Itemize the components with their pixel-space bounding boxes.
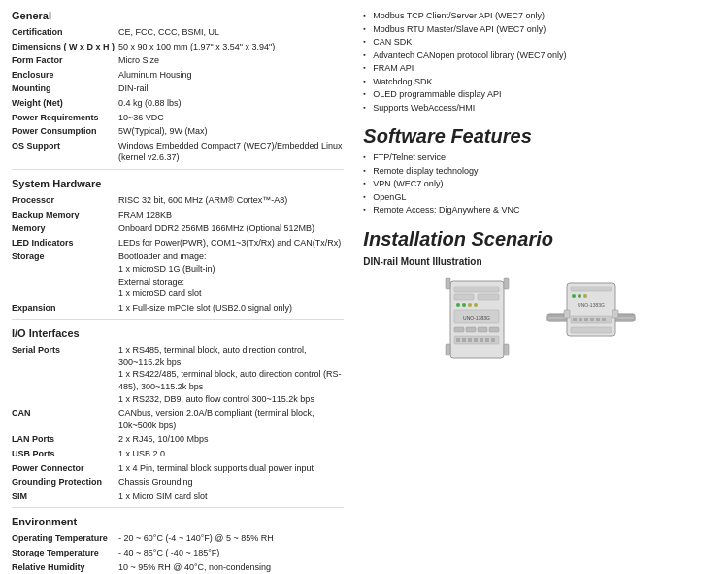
- installation-scenario-title: Installation Scenario: [363, 227, 716, 251]
- spec-label: Memory: [12, 221, 118, 236]
- io-interfaces-table: Serial Ports1 x RS485, terminal block, a…: [12, 343, 344, 503]
- spec-value: 1 x Full-size mPCIe slot (USB2.0 signal …: [118, 301, 344, 316]
- spec-value: Aluminum Housing: [118, 68, 344, 83]
- spec-value: 1 x Micro SIM card slot: [118, 490, 344, 504]
- svg-rect-20: [462, 338, 466, 342]
- svg-rect-7: [478, 294, 499, 300]
- svg-rect-1: [446, 278, 450, 289]
- svg-rect-15: [466, 327, 476, 332]
- software-feature-item: VPN (WEC7 only): [363, 178, 716, 191]
- spec-label: Backup Memory: [12, 208, 118, 222]
- spec-label: Enclosure: [12, 68, 118, 83]
- spec-value: CE, FCC, CCC, BSMI, UL: [118, 25, 344, 40]
- spec-row: Power Connector1 x 4 Pin, terminal block…: [12, 461, 344, 476]
- svg-rect-5: [454, 287, 499, 292]
- svg-rect-21: [468, 338, 472, 342]
- spec-value: 1 x 4 Pin, terminal block supports dual …: [118, 461, 344, 476]
- spec-row: CANCANbus, version 2.0A/B compliant (ter…: [12, 406, 344, 432]
- spec-row: Power Requirements10~36 VDC: [12, 111, 344, 125]
- spec-label: Power Connector: [12, 461, 118, 476]
- svg-rect-24: [485, 338, 489, 342]
- spec-value: Chassis Grounding: [118, 475, 344, 490]
- spec-value: RISC 32 bit, 600 MHz (ARM® Cortex™-A8): [118, 193, 344, 208]
- spec-value: 1 x RS485, terminal block, auto directio…: [118, 343, 344, 406]
- spec-row: LAN Ports2 x RJ45, 10/100 Mbps: [12, 432, 344, 447]
- right-column: Modbus TCP Client/Server API (WEC7 only)…: [359, 10, 716, 574]
- spec-label: Expansion: [12, 301, 118, 316]
- content-area: General CertificationCE, FCC, CCC, BSMI,…: [0, 0, 728, 574]
- spec-label: Storage: [12, 250, 118, 300]
- spec-label: Dimensions ( W x D x H ): [12, 40, 118, 54]
- spec-row: Grounding ProtectionChassis Grounding: [12, 475, 344, 490]
- spec-value: 2 x RJ45, 10/100 Mbps: [118, 432, 344, 447]
- spec-label: Power Consumption: [12, 124, 118, 139]
- spec-row: SIM1 x Micro SIM card slot: [12, 490, 344, 504]
- bullet-item: Modbus TCP Client/Server API (WEC7 only): [363, 10, 716, 23]
- bullet-item: Advantech CANopen protocol library (WEC7…: [363, 50, 716, 63]
- environment-table: Operating Temperature- 20 ~ 60°C (-4 ~ 1…: [12, 531, 344, 574]
- svg-rect-22: [474, 338, 478, 342]
- svg-rect-2: [504, 278, 509, 289]
- system-hardware-title: System Hardware: [12, 178, 344, 189]
- svg-text:UNO-1383G: UNO-1383G: [578, 302, 605, 308]
- spec-value: 50 x 90 x 100 mm (1.97" x 3.54" x 3.94"): [118, 40, 344, 54]
- bullet-item: Supports WebAccess/HMI: [363, 102, 716, 116]
- software-feature-item: Remote display technology: [363, 165, 716, 179]
- dinrail-subtitle: DIN-rail Mount Illustration: [363, 256, 716, 267]
- spec-row: Power Consumption5W(Typical), 9W (Max): [12, 124, 344, 139]
- svg-rect-43: [602, 318, 606, 321]
- spec-row: MemoryOnboard DDR2 256MB 166MHz (Optiona…: [12, 221, 344, 236]
- spec-value: CANbus, version 2.0A/B compliant (termin…: [118, 406, 344, 432]
- device-svg-front: UNO-1383G: [441, 273, 523, 370]
- page: General CertificationCE, FCC, CCC, BSMI,…: [0, 0, 728, 574]
- svg-rect-17: [489, 327, 499, 332]
- svg-rect-38: [573, 318, 577, 321]
- general-title: General: [12, 10, 344, 21]
- spec-value: Micro Size: [118, 53, 344, 68]
- divider-2: [12, 319, 344, 320]
- spec-row: Operating Temperature- 20 ~ 60°C (-4 ~ 1…: [12, 531, 344, 546]
- spec-value: - 20 ~ 60°C (-4 ~ 140°F) @ 5 ~ 85% RH: [118, 531, 344, 546]
- svg-rect-6: [454, 294, 474, 300]
- svg-rect-4: [504, 344, 509, 355]
- spec-label: Serial Ports: [12, 343, 118, 406]
- spec-row: StorageBootloader and image: 1 x microSD…: [12, 250, 344, 300]
- spec-row: LED IndicatorsLEDs for Power(PWR), COM1~…: [12, 236, 344, 251]
- environment-title: Environment: [12, 516, 344, 527]
- spec-value: Bootloader and image: 1 x microSD 1G (Bu…: [118, 250, 344, 300]
- bullet-item: Watchdog SDK: [363, 76, 716, 89]
- software-feature-item: Remote Access: DigAnywhere & VNC: [363, 204, 716, 218]
- spec-value: 10 ~ 95% RH @ 40°C, non-condensing: [118, 560, 344, 574]
- svg-point-33: [572, 294, 576, 298]
- spec-value: 10~36 VDC: [118, 111, 344, 125]
- spec-label: Power Requirements: [12, 111, 118, 125]
- spec-row: Weight (Net)0.4 kg (0.88 lbs): [12, 96, 344, 111]
- svg-rect-14: [454, 327, 464, 332]
- spec-label: Form Factor: [12, 53, 118, 68]
- spec-row: EnclosureAluminum Housing: [12, 68, 344, 83]
- spec-row: Dimensions ( W x D x H )50 x 90 x 100 mm…: [12, 40, 344, 54]
- spec-value: - 40 ~ 85°C ( -40 ~ 185°F): [118, 546, 344, 560]
- spec-value: DIN-rail: [118, 82, 344, 96]
- spec-row: Storage Temperature- 40 ~ 85°C ( -40 ~ 1…: [12, 546, 344, 560]
- spec-label: LED Indicators: [12, 236, 118, 251]
- spec-value: FRAM 128KB: [118, 208, 344, 222]
- system-hardware-table: ProcessorRISC 32 bit, 600 MHz (ARM® Cort…: [12, 193, 344, 315]
- spec-row: Form FactorMicro Size: [12, 53, 344, 68]
- spec-label: LAN Ports: [12, 432, 118, 447]
- spec-label: Operating Temperature: [12, 531, 118, 546]
- spec-label: Certification: [12, 25, 118, 40]
- svg-rect-3: [446, 344, 450, 355]
- spec-row: CertificationCE, FCC, CCC, BSMI, UL: [12, 25, 344, 40]
- svg-point-8: [456, 303, 460, 307]
- spec-row: ProcessorRISC 32 bit, 600 MHz (ARM® Cort…: [12, 193, 344, 208]
- svg-rect-25: [491, 338, 495, 342]
- spec-value: Onboard DDR2 256MB 166MHz (Optional 512M…: [118, 221, 344, 236]
- spec-row: Serial Ports1 x RS485, terminal block, a…: [12, 343, 344, 406]
- svg-rect-39: [579, 318, 582, 321]
- divider-3: [12, 507, 344, 508]
- svg-rect-16: [478, 327, 487, 332]
- spec-label: Storage Temperature: [12, 546, 118, 560]
- svg-rect-40: [584, 318, 588, 321]
- bullet-item: FRAM API: [363, 62, 716, 76]
